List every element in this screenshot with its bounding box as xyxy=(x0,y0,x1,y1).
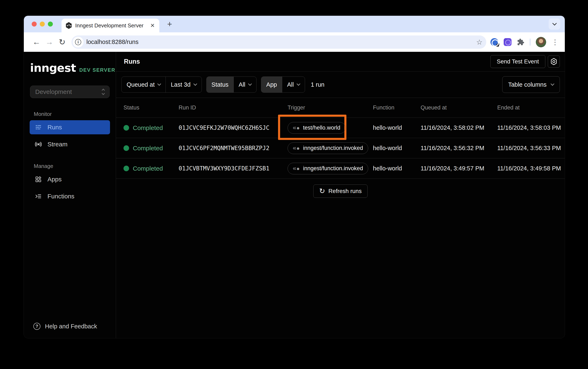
ended-at-value: 11/16/2024, 3:58:03 PM xyxy=(497,124,565,131)
run-id[interactable]: 01JCVC6PF2MQNMTWE95BBRZPJ2 xyxy=(179,145,288,152)
time-range-label: Last 3d xyxy=(171,81,190,88)
queued-at-value: 11/16/2024, 3:56:32 PM xyxy=(421,145,497,152)
send-test-event-button[interactable]: Send Test Event xyxy=(490,55,545,68)
page-title: Runs xyxy=(124,58,490,65)
toolbar-separator xyxy=(530,39,530,46)
sidebar-item-runs[interactable]: Runs xyxy=(30,120,110,134)
status-dot-icon xyxy=(123,145,129,151)
table-row[interactable]: Completed 01JCVC6PF2MQNMTWE95BBRZPJ2 «● … xyxy=(116,138,565,158)
sidebar-item-label: Functions xyxy=(48,193,74,200)
sidebar-item-label: Apps xyxy=(48,176,61,183)
trigger-pill[interactable]: «● inngest/function.invoked xyxy=(288,143,368,154)
gear-icon xyxy=(550,58,558,65)
app-filter-dropdown[interactable]: All xyxy=(282,77,305,92)
dev-server-badge: DEV SERVER xyxy=(79,67,115,73)
help-and-feedback[interactable]: ? Help and Feedback xyxy=(33,323,116,330)
time-field-dropdown[interactable]: Queued at xyxy=(122,77,166,92)
event-trigger-icon: «● xyxy=(293,125,299,131)
status-filter-dropdown[interactable]: All xyxy=(233,77,256,92)
sidebar-item-label: Stream xyxy=(48,141,68,148)
close-window-button[interactable] xyxy=(32,21,37,27)
site-info-button[interactable]: i xyxy=(73,37,83,48)
browser-menu-icon[interactable]: ⋮ xyxy=(551,38,558,46)
status-filter: Status All xyxy=(206,76,257,93)
refresh-runs-label: Refresh runs xyxy=(329,188,361,195)
app-filter-value: All xyxy=(287,81,294,88)
time-filter: Queued at Last 3d xyxy=(121,76,202,93)
sidebar-item-functions[interactable]: Functions xyxy=(30,189,110,203)
function-name[interactable]: hello-world xyxy=(373,124,421,131)
table-row[interactable]: Completed 01JCVC9EFKJ2W70WQHC6ZH6SJC «● … xyxy=(116,118,565,138)
run-id[interactable]: 01JCVC9EFKJ2W70WQHC6ZH6SJC xyxy=(179,124,288,131)
main-header: Runs Send Test Event xyxy=(116,52,565,72)
url-text[interactable]: localhost:8288/runs xyxy=(86,39,476,45)
toolbar-extensions: ⋮ xyxy=(490,37,558,47)
column-header-status: Status xyxy=(123,104,179,111)
table-row[interactable]: Completed 01JCVBTMV3WXY9D3CFDEJFZSB1 «● … xyxy=(116,158,565,179)
address-bar[interactable]: i localhost:8288/runs ☆ xyxy=(71,35,486,49)
tab-search-button[interactable] xyxy=(549,19,560,30)
run-status: Completed xyxy=(133,145,163,152)
column-header-run-id: Run ID xyxy=(179,104,288,111)
settings-gear-button[interactable] xyxy=(548,56,560,68)
chevron-down-icon xyxy=(248,82,252,86)
chevron-down-icon xyxy=(158,82,161,86)
workspace-select[interactable]: Development xyxy=(30,86,110,98)
extensions-puzzle-icon[interactable] xyxy=(517,38,524,46)
inngest-favicon-icon xyxy=(66,22,72,29)
refresh-runs-button[interactable]: ↻ Refresh runs xyxy=(313,184,368,198)
browser-toolbar: ← → ↻ i localhost:8288/runs ☆ ⋮ xyxy=(24,32,565,52)
app-filter: App All xyxy=(261,76,305,93)
traffic-lights xyxy=(32,21,53,27)
trigger-pill[interactable]: «● test/hello.world xyxy=(288,122,346,134)
chevron-down-icon xyxy=(550,82,554,86)
function-name[interactable]: hello-world xyxy=(373,145,421,152)
event-trigger-icon: «● xyxy=(293,166,299,171)
back-button[interactable]: ← xyxy=(30,38,43,46)
forward-button[interactable]: → xyxy=(43,38,56,46)
table-columns-button[interactable]: Table columns xyxy=(502,76,560,93)
sidebar-item-apps[interactable]: Apps xyxy=(30,172,110,186)
tab-title: Inngest Development Server xyxy=(75,22,147,29)
browser-tab[interactable]: Inngest Development Server ✕ xyxy=(61,19,159,32)
password-manager-extension-icon[interactable] xyxy=(490,38,498,46)
close-tab-icon[interactable]: ✕ xyxy=(150,22,155,29)
status-dot-icon xyxy=(123,166,129,171)
run-status: Completed xyxy=(133,124,163,132)
run-status: Completed xyxy=(133,165,163,172)
trigger-name: test/hello.world xyxy=(303,125,340,131)
column-header-trigger: Trigger xyxy=(288,104,373,111)
chevron-down-icon xyxy=(193,82,197,86)
sidebar-item-stream[interactable]: Stream xyxy=(30,137,110,151)
filter-bar: Queued at Last 3d Status All xyxy=(116,72,565,98)
status-filter-label: Status xyxy=(207,77,233,92)
maximize-window-button[interactable] xyxy=(48,21,53,27)
queued-at-value: 11/16/2024, 3:58:02 PM xyxy=(421,124,497,131)
bookmark-star-icon[interactable]: ☆ xyxy=(476,38,483,46)
section-label-monitor: Monitor xyxy=(34,111,116,117)
column-header-queued-at: Queued at xyxy=(421,104,497,111)
trigger-pill[interactable]: «● inngest/function.invoked xyxy=(288,163,368,174)
app-content: inngest DEV SERVER Development Monitor R… xyxy=(24,52,565,338)
app-filter-label: App xyxy=(261,77,282,92)
main-panel: Runs Send Test Event Queued at xyxy=(116,52,565,338)
reload-button[interactable]: ↻ xyxy=(56,38,69,47)
trigger-name: inngest/function.invoked xyxy=(303,165,363,172)
help-question-icon: ? xyxy=(33,323,40,330)
status-filter-value: All xyxy=(239,81,245,88)
minimize-window-button[interactable] xyxy=(40,21,45,27)
browser-window: Inngest Development Server ✕ + ← → ↻ i l… xyxy=(24,16,565,338)
time-field-label: Queued at xyxy=(127,81,155,88)
function-name[interactable]: hello-world xyxy=(373,165,421,172)
desktop: Inngest Development Server ✕ + ← → ↻ i l… xyxy=(0,0,588,369)
run-count: 1 run xyxy=(311,81,324,88)
column-header-ended-at: Ended at xyxy=(497,104,565,111)
new-tab-button[interactable]: + xyxy=(167,20,172,29)
chevron-down-icon xyxy=(297,82,300,86)
time-range-dropdown[interactable]: Last 3d xyxy=(166,77,201,92)
table-columns-label: Table columns xyxy=(508,81,547,88)
purple-extension-icon[interactable] xyxy=(504,38,512,46)
event-trigger-icon: «● xyxy=(293,145,299,151)
run-id[interactable]: 01JCVBTMV3WXY9D3CFDEJFZSB1 xyxy=(179,165,288,172)
profile-avatar[interactable] xyxy=(536,37,546,47)
